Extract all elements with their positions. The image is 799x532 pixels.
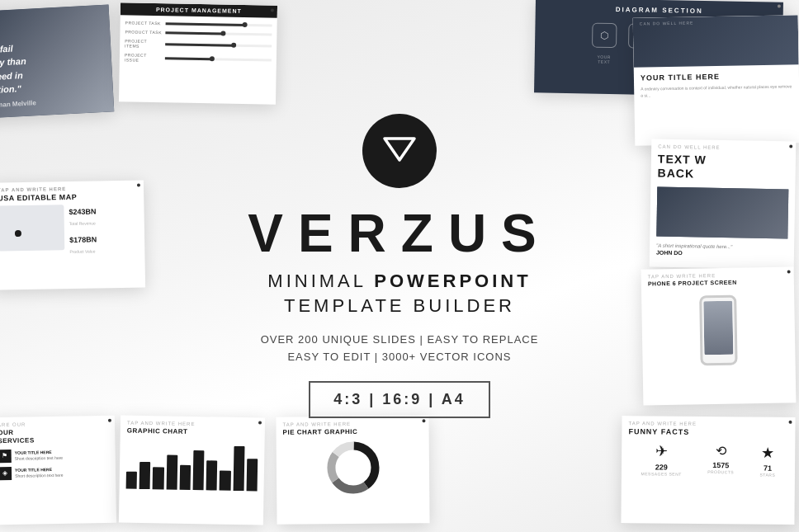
diagram-corner-dot [778,5,781,8]
brand-name: VERZUS [248,203,551,264]
chart-corner-dot [258,421,262,424]
text-back-img-bg [656,186,788,238]
facts-title: FUNNY FACTS [622,427,795,444]
project-bar-2 [165,31,224,35]
subtitle-line2: TEMPLATE BUILDER [284,295,515,317]
main-container: VERZUS MINIMAL POWERPOINT TEMPLATE BUILD… [0,0,799,532]
cliff-quote-text: ter to fail quality than succeed in imit… [0,40,35,98]
phone-device [699,294,737,365]
features-line1: OVER 200 UNIQUE SLIDES | EASY TO REPLACE [261,333,539,346]
title-here-body: YOUR TITLE HERE A ordinary conversation … [634,64,799,105]
logo-circle [362,114,437,188]
services-item-1: ⚑ YOUR TITLE HERE Short description text… [0,448,109,463]
map-stats: $243BN Total Revenue $178BN Product Valu… [69,204,97,256]
map-dot [15,230,21,237]
preview-facts: TAP AND WRITE HERE FUNNY FACTS ✈ 229 MES… [621,416,795,525]
logo-triangle-icon [381,135,418,167]
map-shape [0,205,64,251]
map-stat-2: $178BN [69,232,97,247]
project-row-1: PROJECT TASK [125,20,272,27]
services-corner-dot [108,419,111,422]
chart-bar-9 [233,446,244,491]
diagram-label-1: YOUR TEXT [592,54,617,65]
project-bar-container-1 [166,22,272,26]
phone-screen [703,300,733,355]
preview-map: TAP AND WRITE HERE USA EDITABLE MAP $243… [0,180,145,290]
title-here-top-label: CAN DO WELL HERE [633,15,798,29]
corner-dot [271,9,274,12]
services-icon-box-1: ⚑ [0,450,12,463]
map-stat-label-2: Product Value [69,247,97,256]
chart-bar-3 [153,467,164,489]
pie-corner-dot [422,419,425,422]
project-label-2: PRODUCT TASK [125,29,162,35]
preview-title-here: CAN DO WELL HERE YOUR TITLE HERE A ordin… [633,15,799,145]
cliff-text: ter to fail quality than succeed in imit… [0,40,36,111]
project-label-4: PROJECT ISSUE [125,52,162,63]
chart-bar-4 [166,454,177,489]
services-item-desc-2: Short description text here [15,473,63,479]
ratio-text: 4:3 | 16:9 | A4 [333,391,465,407]
chart-bar-7 [206,460,218,490]
diagram-icon-1: ⬡ [592,23,617,49]
facts-corner-dot [788,421,792,424]
subtitle-line1: MINIMAL POWERPOINT [267,271,531,292]
services-item-2: ◈ YOUR TITLE HERE Short description text… [0,465,109,480]
pie-content [277,438,430,497]
services-title: OURSERVICES [0,427,116,450]
project-bar-4 [165,57,213,60]
project-bar-container-2 [165,31,272,35]
project-row-4: PROJECT ISSUE [125,52,272,64]
preview-project: PROJECT MANAGEMENT PROJECT TASK PRODUCT … [119,2,277,104]
text-back-corner-dot [789,144,792,148]
facts-icon-3: ★ [760,444,776,462]
services-item-desc-1: Short description text here [15,455,63,462]
title-here-header: CAN DO WELL HERE [633,15,799,67]
pie-chart-svg [324,439,382,497]
chart-bars [120,439,265,491]
preview-cliff: ter to fail quality than succeed in imit… [0,5,114,120]
facts-label-3: STARS [759,473,775,478]
services-item-text-1: YOUR TITLE HERE Short description text h… [15,450,64,462]
project-bar-3 [165,43,234,46]
center-content: VERZUS MINIMAL POWERPOINT TEMPLATE BUILD… [248,114,551,418]
phone-person-image [703,300,733,355]
project-body: PROJECT TASK PRODUCT TASK PROJECT ITEMS … [120,15,277,73]
svg-point-4 [331,445,376,490]
project-label-3: PROJECT ITEMS [125,38,162,49]
svg-marker-0 [385,139,414,160]
preview-chart: TAP AND WRITE HERE GRAPHIC CHART [119,415,265,525]
project-row-2: PRODUCT TASK [125,29,272,36]
facts-item-3: ★ 71 STARS [759,444,775,478]
features-line2: EASY TO EDIT | 3000+ VECTOR ICONS [287,351,511,363]
chart-bar-6 [193,450,205,490]
project-bar-container-4 [165,57,272,61]
map-stat-1: $243BN [69,204,96,219]
facts-items: ✈ 229 MESSAGES SENT ⟲ 1575 PRODUCTS ★ 71… [622,442,795,478]
phone-corner-dot [787,270,791,273]
chart-bar-5 [179,465,191,490]
facts-label-1: MESSAGES SENT [641,471,682,476]
facts-item-2: ⟲ 1575 PRODUCTS [707,443,734,477]
title-here-body-text: A ordinary conversation is context of in… [641,82,792,98]
facts-icon-1: ✈ [641,442,682,460]
preview-services: ARE OUR OURSERVICES ⚑ YOUR TITLE HERE Sh… [0,416,116,525]
chart-bar-1 [126,472,138,489]
preview-pie: TAP AND WRITE HERE PIE CHART GRAPHIC [276,416,429,525]
preview-text-back: CAN DO WELL HERE TEXT WBACK "A short ins… [650,139,797,269]
chart-bar-2 [139,462,151,489]
ratio-box: 4:3 | 16:9 | A4 [309,381,489,418]
project-label-1: PROJECT TASK [125,20,163,26]
services-item-text-2: YOUR TITLE HERE Short description text h… [15,467,64,479]
facts-number-3: 71 [759,464,775,473]
services-items: ⚑ YOUR TITLE HERE Short description text… [0,447,116,480]
preview-phone: TAP AND WRITE HERE PHONE 6 PROJECT SCREE… [641,266,797,405]
project-row-3: PROJECT ITEMS [125,38,272,50]
project-title: PROJECT MANAGEMENT [156,7,242,14]
facts-label-2: PRODUCTS [707,469,734,474]
project-bar-container-3 [165,43,272,47]
text-back-img [656,186,788,238]
services-icon-box-2: ◈ [0,467,12,480]
map-corner-dot [137,183,140,186]
title-here-title: YOUR TITLE HERE [641,71,792,82]
